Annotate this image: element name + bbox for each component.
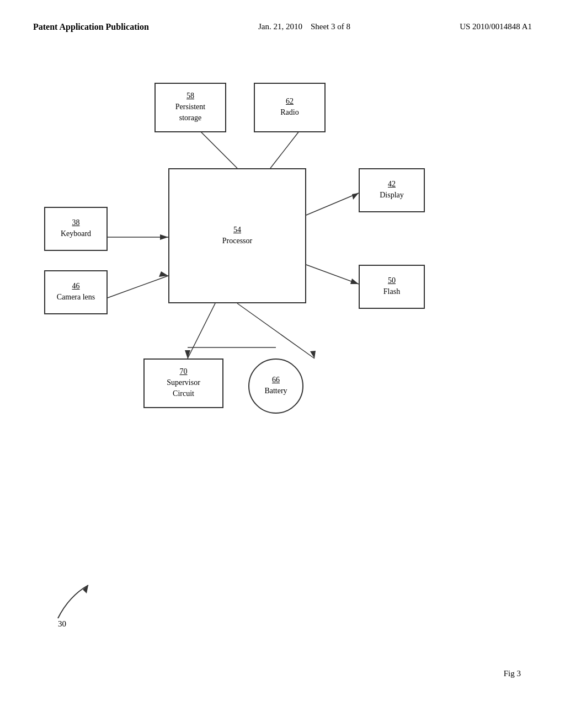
flash-box: 50 Flash (359, 265, 425, 309)
battery-label: Battery (264, 386, 287, 397)
svg-marker-7 (352, 193, 359, 200)
keyboard-box: 38 Keyboard (44, 207, 108, 251)
radio-number: 62 (286, 97, 294, 106)
supervisor-box: 70 SupervisorCircuit (143, 358, 223, 408)
battery-number: 66 (272, 376, 280, 384)
connections-svg (0, 66, 565, 563)
supervisor-label: SupervisorCircuit (167, 377, 200, 399)
page-header: Patent Application Publication Jan. 21, … (0, 0, 565, 32)
arrow-30-svg (47, 574, 102, 629)
persistent-storage-number: 58 (186, 92, 194, 100)
patent-number: US 2010/0014848 A1 (460, 22, 532, 31)
publication-date: Jan. 21, 2010 (258, 22, 302, 31)
svg-marker-11 (350, 279, 359, 284)
processor-label: Processor (222, 235, 252, 247)
radio-box: 62 Radio (254, 83, 326, 132)
svg-marker-9 (159, 271, 168, 277)
keyboard-number: 38 (72, 218, 80, 227)
publication-title: Patent Application Publication (33, 22, 149, 32)
flash-label: Flash (383, 286, 400, 297)
radio-label: Radio (280, 107, 299, 118)
keyboard-label: Keyboard (61, 228, 91, 239)
svg-line-14 (237, 303, 315, 358)
svg-marker-15 (310, 351, 316, 358)
diagram-area: 58 Persistentstorage 62 Radio 38 Keyboar… (0, 66, 565, 563)
processor-box: 54 Processor (168, 168, 306, 303)
header-date-sheet: Jan. 21, 2010 Sheet 3 of 8 (258, 22, 350, 31)
camera-number: 46 (72, 282, 80, 291)
display-label: Display (380, 190, 404, 201)
battery-circle: 66 Battery (248, 358, 303, 414)
supervisor-number: 70 (180, 367, 188, 376)
persistent-storage-label: Persistentstorage (175, 101, 205, 123)
sheet-info: Sheet 3 of 8 (311, 22, 350, 31)
svg-marker-5 (160, 234, 168, 240)
camera-lens-box: 46 Camera lens (44, 270, 108, 314)
persistent-storage-box: 58 Persistentstorage (154, 83, 226, 132)
display-number: 42 (388, 180, 396, 189)
display-box: 42 Display (359, 168, 425, 212)
svg-line-8 (108, 276, 168, 298)
svg-line-10 (306, 265, 359, 284)
processor-number: 54 (233, 226, 241, 234)
arrow-30-label: 30 (58, 619, 66, 629)
svg-line-12 (188, 303, 215, 358)
svg-line-6 (306, 193, 359, 215)
camera-label: Camera lens (57, 292, 95, 303)
svg-marker-13 (185, 350, 190, 358)
figure-label: Fig 3 (504, 669, 521, 678)
flash-number: 50 (388, 276, 396, 285)
arrow-30-area: 30 (47, 574, 102, 631)
